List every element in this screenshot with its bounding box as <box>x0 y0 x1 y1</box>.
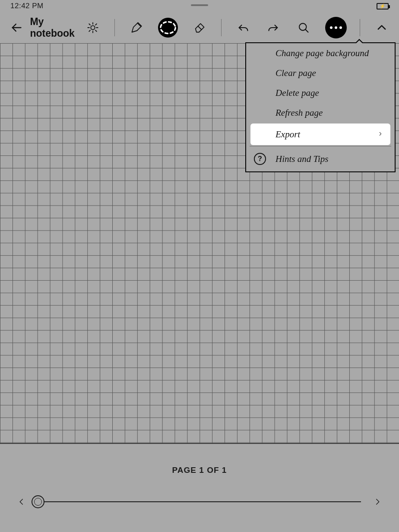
status-bar: 12:42 PM ⚡ <box>0 0 399 12</box>
svg-line-7 <box>95 30 97 32</box>
page-footer: PAGE 1 OF 1 <box>0 444 399 532</box>
chevron-left-icon <box>18 495 25 508</box>
menu-item-label: Export <box>276 129 300 140</box>
more-icon <box>330 26 332 29</box>
arrow-left-icon <box>10 22 22 34</box>
lasso-tool-button[interactable] <box>158 18 178 38</box>
svg-line-13 <box>305 29 308 32</box>
menu-item-refresh-page[interactable]: Refresh page <box>246 103 395 123</box>
pen-icon <box>130 22 142 34</box>
drag-handle-icon <box>191 4 208 6</box>
pen-tool-button[interactable] <box>128 19 145 36</box>
svg-point-10 <box>161 22 176 34</box>
eraser-tool-button[interactable] <box>191 19 208 36</box>
menu-item-clear-page[interactable]: Clear page <box>246 63 395 83</box>
menu-item-export[interactable]: Export <box>250 124 390 145</box>
toolbar: My notebook <box>0 12 399 43</box>
menu-item-change-background[interactable]: Change page background <box>246 43 395 63</box>
search-button[interactable] <box>295 19 312 36</box>
page-slider[interactable] <box>38 501 361 502</box>
slider-knob[interactable] <box>32 495 44 508</box>
undo-button[interactable] <box>234 19 252 36</box>
search-icon <box>298 22 310 34</box>
menu-item-label: Refresh page <box>276 108 323 118</box>
menu-item-label: Change page background <box>276 48 369 59</box>
menu-item-delete-page[interactable]: Delete page <box>246 83 395 103</box>
menu-item-hints[interactable]: ? Hints and Tips <box>246 146 395 171</box>
back-button[interactable] <box>9 19 24 36</box>
more-options-menu: Change page background Clear page Delete… <box>245 42 396 172</box>
chevron-right-icon <box>378 129 383 140</box>
brightness-icon <box>87 22 99 34</box>
undo-icon <box>237 22 249 34</box>
status-time: 12:42 PM <box>10 2 44 10</box>
svg-point-1 <box>91 25 95 29</box>
menu-item-label: Hints and Tips <box>276 154 329 165</box>
lasso-icon <box>158 18 178 38</box>
brightness-button[interactable] <box>84 19 101 36</box>
separator <box>114 19 115 36</box>
menu-item-label: Delete page <box>276 88 319 98</box>
separator <box>221 19 222 36</box>
collapse-toolbar-button[interactable] <box>373 19 390 36</box>
redo-button[interactable] <box>265 19 282 36</box>
svg-line-8 <box>89 30 90 32</box>
chevron-right-icon <box>374 495 381 508</box>
redo-icon <box>267 22 279 34</box>
more-options-button[interactable] <box>325 17 347 38</box>
eraser-icon <box>193 22 206 34</box>
svg-line-6 <box>89 24 90 25</box>
notebook-title: My notebook <box>30 16 84 39</box>
menu-item-label: Clear page <box>276 68 316 79</box>
battery-charging-icon: ⚡ <box>377 3 389 10</box>
separator <box>360 19 360 36</box>
help-icon: ? <box>254 153 266 165</box>
chevron-up-icon <box>376 22 388 34</box>
svg-line-11 <box>198 26 202 30</box>
menu-caret-icon <box>355 39 364 43</box>
next-page-button[interactable] <box>373 493 382 510</box>
svg-line-9 <box>95 24 97 25</box>
prev-page-button[interactable] <box>17 493 26 510</box>
page-indicator: PAGE 1 OF 1 <box>172 466 227 475</box>
